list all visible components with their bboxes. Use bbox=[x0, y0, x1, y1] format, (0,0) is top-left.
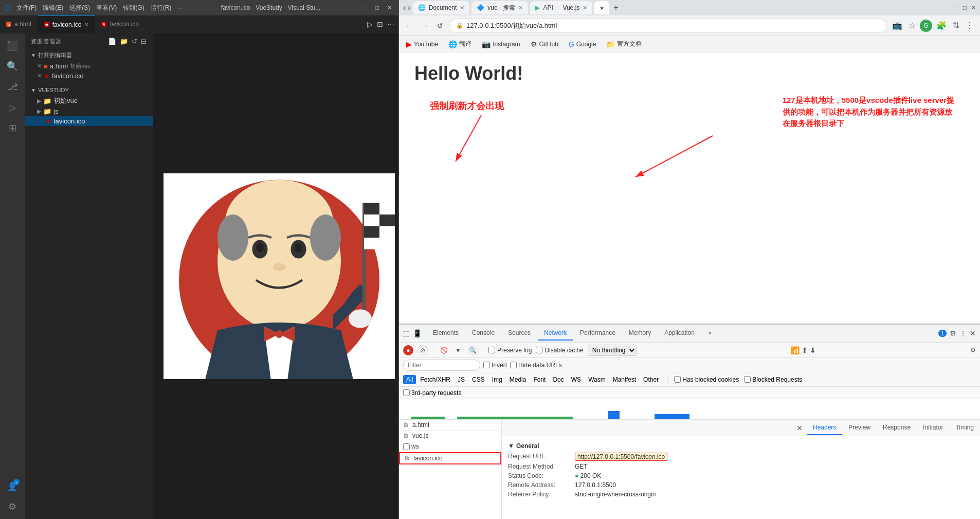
menu-edit[interactable]: 编辑(E) bbox=[43, 4, 63, 12]
back-button[interactable]: ← bbox=[403, 20, 415, 32]
ws-checkbox[interactable]: ws bbox=[403, 443, 419, 450]
devtools-more-icon[interactable]: ⋮ bbox=[959, 329, 967, 337]
open-editors-section[interactable]: ▼ 打开的编辑器 bbox=[25, 49, 153, 61]
new-file-icon[interactable]: 📄 bbox=[108, 38, 117, 45]
browser-close-button[interactable]: ✕ bbox=[971, 4, 976, 11]
filter-ws[interactable]: WS bbox=[568, 375, 584, 384]
minimize-button[interactable]: — bbox=[359, 4, 369, 11]
download-icon[interactable]: ⬇ bbox=[810, 346, 816, 354]
next-tab-button[interactable]: › bbox=[408, 3, 410, 12]
tree-js[interactable]: ▶ 📁 js bbox=[25, 106, 153, 116]
details-tab-preview[interactable]: Preview bbox=[842, 421, 877, 435]
filter-fetch-xhr[interactable]: Fetch/XHR bbox=[417, 375, 453, 384]
disable-cache-checkbox[interactable]: Disable cache bbox=[536, 347, 583, 354]
collapse-icon[interactable]: ⊟ bbox=[141, 38, 147, 45]
network-filter-input[interactable] bbox=[403, 360, 480, 371]
tab-network[interactable]: Network bbox=[538, 326, 573, 341]
request-item-favicon[interactable]: 🗎 favicon.ico bbox=[399, 452, 501, 464]
filter-other[interactable]: Other bbox=[640, 375, 662, 384]
details-tab-timing[interactable]: Timing bbox=[949, 421, 980, 435]
has-blocked-cookies-input[interactable] bbox=[674, 376, 681, 383]
devtools-settings2-icon[interactable]: ⚙ bbox=[970, 347, 976, 354]
activity-remote[interactable]: 👤 2 bbox=[4, 478, 21, 494]
browser-menu-button[interactable]: ⋮ bbox=[964, 20, 976, 31]
activity-git[interactable]: ⎇ bbox=[4, 79, 21, 95]
bookmark-github[interactable]: ⚙ GitHub bbox=[528, 39, 561, 49]
throttle-dropdown[interactable]: No throttling bbox=[588, 345, 637, 356]
split-editor-button[interactable]: ⊡ bbox=[377, 20, 383, 28]
filter-doc[interactable]: Doc bbox=[550, 375, 567, 384]
request-item-ahtml[interactable]: 🗎 a.html bbox=[399, 420, 501, 431]
close-editor-icon[interactable]: ✕ bbox=[37, 63, 42, 69]
bookmark-star-icon[interactable]: ☆ bbox=[906, 20, 918, 31]
maximize-button[interactable]: □ bbox=[373, 4, 381, 11]
browser-maximize-button[interactable]: □ bbox=[963, 4, 967, 11]
filter-manifest[interactable]: Manifest bbox=[610, 375, 639, 384]
bookmark-official-docs[interactable]: 📁 官方文档 bbox=[603, 39, 645, 49]
browser-toolbar-actions[interactable]: 📺 ☆ G 🧩 ⇅ ⋮ bbox=[890, 20, 976, 32]
tab-memory[interactable]: Memory bbox=[623, 326, 657, 341]
request-item-ws[interactable]: ws bbox=[399, 441, 501, 452]
devtools-settings-icon[interactable]: ⚙ bbox=[950, 329, 956, 337]
filter-media[interactable]: Media bbox=[506, 375, 530, 384]
sync-icon[interactable]: ⇅ bbox=[951, 20, 961, 31]
blocked-requests-checkbox[interactable]: Blocked Requests bbox=[744, 376, 802, 383]
network-extra-icons[interactable]: 📶 ⬆ ⬇ bbox=[791, 346, 816, 354]
preserve-log-checkbox[interactable]: Preserve log bbox=[488, 347, 532, 354]
activity-search[interactable]: 🔍 bbox=[4, 58, 21, 75]
filter-img[interactable]: Img bbox=[489, 375, 505, 384]
refresh-icon[interactable]: ↺ bbox=[132, 38, 138, 45]
clear-button[interactable]: 🚫 bbox=[439, 345, 449, 355]
menu-file[interactable]: 文件(F) bbox=[16, 4, 37, 12]
bookmark-instagram[interactable]: 📷 Instagram bbox=[479, 39, 523, 49]
tab-ahtml[interactable]: 5 a.html bbox=[0, 15, 38, 33]
stop-button[interactable]: ⊘ bbox=[418, 345, 428, 355]
filter-css[interactable]: CSS bbox=[469, 375, 488, 384]
tab-close-button[interactable]: ✕ bbox=[84, 22, 88, 27]
devtools-actions[interactable]: 1 ⚙ ⋮ ✕ bbox=[938, 329, 976, 337]
menu-select[interactable]: 选择(S) bbox=[69, 4, 90, 12]
details-tab-response[interactable]: Response bbox=[877, 421, 917, 435]
browser-tab-api[interactable]: ▶ API — Vue.js ✕ bbox=[530, 1, 592, 14]
new-tab-button[interactable]: + bbox=[613, 3, 618, 12]
run-button[interactable]: ▷ bbox=[367, 20, 373, 28]
has-blocked-cookies-checkbox[interactable]: Has blocked cookies bbox=[674, 376, 739, 383]
filter-button[interactable]: ▼ bbox=[453, 345, 463, 355]
menu-bar[interactable]: 文件(F) 编辑(E) 选择(S) 查看(V) 转到(G) 运行(R) ... bbox=[16, 4, 183, 12]
extensions-icon[interactable]: 🧩 bbox=[934, 20, 949, 31]
blocked-requests-input[interactable] bbox=[744, 376, 751, 383]
browser-tab-active[interactable]: ★ bbox=[594, 1, 609, 14]
wifi-icon[interactable]: 📶 bbox=[791, 346, 800, 354]
vue-tab-close[interactable]: ✕ bbox=[518, 5, 523, 11]
document-tab-close[interactable]: ✕ bbox=[460, 5, 464, 11]
new-folder-icon[interactable]: 📁 bbox=[120, 38, 129, 45]
tab-favicon[interactable]: ★ favicon.ico ✕ bbox=[38, 15, 96, 33]
forward-button[interactable]: → bbox=[419, 20, 431, 32]
preserve-log-input[interactable] bbox=[488, 347, 495, 353]
browser-nav-arrows[interactable]: ‹ › bbox=[403, 3, 411, 12]
close-button[interactable]: ✕ bbox=[385, 4, 394, 11]
window-controls[interactable]: — □ ✕ bbox=[359, 4, 394, 11]
record-button[interactable]: ● bbox=[403, 345, 413, 355]
tab-console[interactable]: Console bbox=[466, 326, 501, 341]
close-editor2-icon[interactable]: ✕ bbox=[37, 73, 42, 79]
browser-window-controls[interactable]: — □ ✕ bbox=[953, 4, 976, 11]
invert-input[interactable] bbox=[483, 362, 490, 368]
upload-icon[interactable]: ⬆ bbox=[802, 346, 808, 354]
project-section[interactable]: ▼ VUESTUDY bbox=[25, 85, 153, 95]
activity-run[interactable]: ▷ bbox=[4, 99, 21, 116]
filter-wasm[interactable]: Wasm bbox=[585, 375, 609, 384]
bookmark-translate[interactable]: 🌐 翻译 bbox=[445, 39, 475, 49]
tree-chuishivue[interactable]: ▶ 📁 初始vue bbox=[25, 95, 153, 106]
menu-more[interactable]: ... bbox=[177, 4, 183, 12]
open-editor-favicon[interactable]: ✕ ★ favicon.ico bbox=[25, 71, 153, 81]
tab-application[interactable]: Application bbox=[658, 326, 701, 341]
reload-button[interactable]: ↺ bbox=[434, 20, 446, 32]
ws-input[interactable] bbox=[403, 443, 410, 450]
hide-data-urls-checkbox[interactable]: Hide data URLs bbox=[510, 362, 562, 369]
filter-all[interactable]: All bbox=[403, 375, 416, 384]
section-collapse-icon[interactable]: ▼ bbox=[508, 442, 514, 450]
browser-tab-vue[interactable]: 🔷 vue - 搜索 ✕ bbox=[471, 1, 528, 14]
address-input-field[interactable]: 🔒 127.0.0.1:5500/初始vue/a.html bbox=[449, 19, 887, 33]
filter-font[interactable]: Font bbox=[530, 375, 549, 384]
